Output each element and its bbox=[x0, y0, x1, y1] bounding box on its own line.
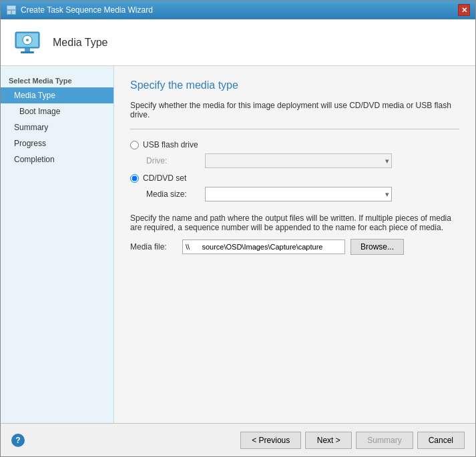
cddvd-radio-label: CD/DVD set bbox=[143, 173, 186, 183]
previous-button[interactable]: < Previous bbox=[240, 432, 301, 449]
media-file-input[interactable] bbox=[182, 240, 345, 254]
cddvd-radio-group: CD/DVD set Media size: bbox=[130, 173, 459, 201]
header-bar: Media Type bbox=[1, 19, 475, 66]
media-file-label: Media file: bbox=[130, 242, 177, 252]
content-heading: Specify the media type bbox=[130, 79, 459, 91]
svg-rect-1 bbox=[7, 6, 15, 9]
app-icon bbox=[6, 5, 17, 15]
media-size-dropdown-wrapper bbox=[205, 187, 392, 201]
path-description: Specify the name and path where the outp… bbox=[130, 213, 459, 232]
sidebar-item-progress[interactable]: Progress bbox=[1, 135, 113, 151]
title-bar: Create Task Sequence Media Wizard ✕ bbox=[1, 1, 475, 19]
svg-rect-3 bbox=[12, 11, 15, 14]
footer: ? < Previous Next > Summary Cancel bbox=[1, 423, 475, 456]
media-size-dropdown[interactable] bbox=[205, 187, 392, 201]
header-icon bbox=[11, 27, 43, 59]
media-file-row: Media file: Browse... bbox=[130, 239, 459, 255]
title-bar-text: Create Task Sequence Media Wizard bbox=[21, 5, 153, 15]
drive-field-row: Drive: bbox=[146, 153, 459, 168]
main-content: Select Media Type Media Type Boot Image … bbox=[1, 66, 475, 423]
sidebar: Select Media Type Media Type Boot Image … bbox=[1, 66, 114, 423]
sidebar-item-media-type[interactable]: Media Type bbox=[1, 87, 113, 103]
usb-radio-label: USB flash drive bbox=[143, 140, 198, 149]
content-area: Specify the media type Specify whether t… bbox=[114, 66, 475, 423]
drive-dropdown[interactable] bbox=[205, 153, 392, 168]
drive-dropdown-wrapper bbox=[205, 153, 392, 168]
sidebar-section-label: Select Media Type bbox=[1, 73, 113, 87]
footer-left: ? bbox=[11, 434, 25, 447]
usb-radio-option: USB flash drive bbox=[130, 140, 459, 149]
drive-label: Drive: bbox=[146, 156, 200, 165]
header-title: Media Type bbox=[53, 37, 107, 49]
wizard-window: Create Task Sequence Media Wizard ✕ Medi… bbox=[0, 0, 476, 457]
footer-buttons: < Previous Next > Summary Cancel bbox=[240, 432, 465, 449]
svg-point-7 bbox=[26, 39, 29, 41]
summary-button[interactable]: Summary bbox=[356, 432, 413, 449]
svg-rect-9 bbox=[21, 51, 34, 53]
title-bar-left: Create Task Sequence Media Wizard bbox=[6, 5, 153, 15]
browse-button[interactable]: Browse... bbox=[350, 239, 404, 255]
usb-radio-group: USB flash drive Drive: bbox=[130, 140, 459, 168]
sidebar-item-completion[interactable]: Completion bbox=[1, 151, 113, 167]
description-text: Specify whether the media for this image… bbox=[130, 101, 459, 129]
sidebar-item-summary[interactable]: Summary bbox=[1, 119, 113, 135]
cddvd-radio-option: CD/DVD set bbox=[130, 173, 459, 183]
close-button[interactable]: ✕ bbox=[458, 4, 470, 16]
cddvd-radio[interactable] bbox=[130, 174, 139, 183]
cancel-button[interactable]: Cancel bbox=[417, 432, 465, 449]
usb-radio[interactable] bbox=[130, 141, 139, 149]
svg-rect-8 bbox=[25, 48, 30, 51]
next-button[interactable]: Next > bbox=[305, 432, 352, 449]
media-size-label: Media size: bbox=[146, 189, 200, 199]
media-size-field-row: Media size: bbox=[146, 187, 459, 201]
sidebar-item-boot-image[interactable]: Boot Image bbox=[1, 103, 113, 119]
help-icon[interactable]: ? bbox=[11, 434, 25, 447]
svg-rect-2 bbox=[7, 11, 11, 14]
